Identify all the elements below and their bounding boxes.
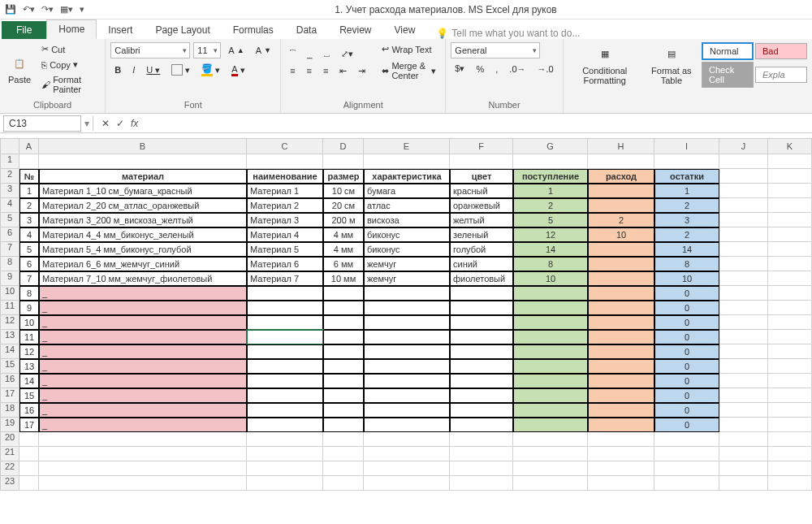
cell[interactable] <box>654 476 719 491</box>
cell[interactable] <box>768 315 812 330</box>
cell[interactable] <box>768 403 812 418</box>
cell[interactable] <box>450 476 513 491</box>
style-explanatory[interactable]: Expla <box>755 67 807 83</box>
decrease-indent-button[interactable]: ⇤ <box>335 64 351 78</box>
cell[interactable] <box>323 154 364 169</box>
cell[interactable]: 2 <box>19 198 39 213</box>
cell[interactable]: жемчуг <box>364 271 450 286</box>
cell[interactable]: 5 <box>19 242 39 257</box>
tell-me[interactable]: 💡 Tell me what you want to do... <box>436 28 580 39</box>
percent-format-button[interactable]: % <box>472 63 488 76</box>
cell[interactable]: Материал 4_4 мм_биконус_зеленый <box>39 227 247 242</box>
align-middle-button[interactable]: ⎯ <box>303 47 317 60</box>
customize-qat-icon[interactable]: ▦▾ <box>60 4 73 15</box>
col-header-H[interactable]: H <box>588 138 654 154</box>
cell[interactable]: Материал 5 <box>247 242 323 257</box>
cell[interactable] <box>654 432 719 447</box>
increase-indent-button[interactable]: ⇥ <box>354 64 369 78</box>
cell[interactable] <box>323 447 364 461</box>
cell[interactable] <box>364 388 450 403</box>
cell[interactable] <box>450 359 513 374</box>
tab-insert[interactable]: Insert <box>97 21 144 39</box>
cell[interactable] <box>588 418 654 432</box>
cell[interactable] <box>364 374 450 388</box>
cell[interactable] <box>247 315 323 330</box>
style-check-cell[interactable]: Check Cell <box>702 62 754 88</box>
select-all-corner[interactable] <box>0 138 19 154</box>
style-normal[interactable]: Normal <box>702 42 754 60</box>
cell[interactable]: синий <box>450 257 513 271</box>
cell[interactable] <box>364 286 450 301</box>
cell[interactable]: 10 <box>654 271 719 286</box>
row-header-13[interactable]: 13 <box>0 330 19 344</box>
cell[interactable] <box>513 432 588 447</box>
cell[interactable]: 8 <box>19 286 39 301</box>
cell[interactable] <box>247 154 323 169</box>
cell[interactable]: 7 <box>19 271 39 286</box>
cell[interactable]: Материал 6 <box>247 257 323 271</box>
tab-file[interactable]: File <box>2 21 46 39</box>
cell[interactable]: 14 <box>513 242 588 257</box>
cell[interactable] <box>588 301 654 315</box>
cell[interactable] <box>719 242 768 257</box>
cell[interactable]: 10 см <box>323 184 364 198</box>
cell[interactable]: _ <box>39 403 247 418</box>
cell[interactable]: 2 <box>654 227 719 242</box>
font-size-select[interactable]: 11 <box>193 42 221 58</box>
cell[interactable] <box>513 154 588 169</box>
cell[interactable] <box>19 432 39 447</box>
cell[interactable] <box>323 403 364 418</box>
cell[interactable]: 1 <box>513 184 588 198</box>
cell[interactable] <box>588 154 654 169</box>
col-header-D[interactable]: D <box>323 138 364 154</box>
cell[interactable] <box>247 330 323 344</box>
cell[interactable]: 0 <box>654 330 719 344</box>
cell[interactable] <box>588 198 654 213</box>
cell[interactable]: 8 <box>654 257 719 271</box>
cell[interactable]: поступление <box>513 169 588 184</box>
row-header-12[interactable]: 12 <box>0 315 19 330</box>
cell[interactable]: 0 <box>654 301 719 315</box>
cell[interactable]: биконус <box>364 242 450 257</box>
cell[interactable] <box>364 154 450 169</box>
cell[interactable] <box>768 242 812 257</box>
tab-data[interactable]: Data <box>285 21 328 39</box>
cell[interactable] <box>719 213 768 227</box>
number-format-select[interactable]: General <box>451 42 540 58</box>
cancel-formula-icon[interactable]: ✕ <box>102 118 110 129</box>
cell[interactable] <box>768 227 812 242</box>
cell[interactable]: Материал 7_10 мм_жемчуг_фиолетовый <box>39 271 247 286</box>
cell[interactable] <box>247 418 323 432</box>
cell[interactable]: 2 <box>513 198 588 213</box>
tab-review[interactable]: Review <box>328 21 382 39</box>
decrease-decimal-button[interactable]: →.0 <box>533 63 558 76</box>
cell[interactable] <box>588 315 654 330</box>
cell[interactable]: 0 <box>654 403 719 418</box>
cell[interactable] <box>719 388 768 403</box>
cell[interactable] <box>768 257 812 271</box>
cell[interactable]: наименование <box>247 169 323 184</box>
cell[interactable] <box>19 447 39 461</box>
cell[interactable]: атлас <box>364 198 450 213</box>
cell[interactable] <box>513 374 588 388</box>
cell[interactable] <box>719 403 768 418</box>
cell[interactable] <box>364 344 450 359</box>
cell[interactable]: 0 <box>654 344 719 359</box>
cell[interactable]: 0 <box>654 388 719 403</box>
cell[interactable]: 1 <box>654 184 719 198</box>
cell[interactable] <box>768 461 812 476</box>
cell[interactable]: жемчуг <box>364 257 450 271</box>
row-header-23[interactable]: 23 <box>0 476 19 491</box>
cell[interactable] <box>450 286 513 301</box>
cell[interactable] <box>247 344 323 359</box>
row-header-10[interactable]: 10 <box>0 286 19 301</box>
cell[interactable] <box>588 374 654 388</box>
cell[interactable]: 8 <box>513 257 588 271</box>
cell[interactable] <box>364 359 450 374</box>
cell[interactable] <box>450 330 513 344</box>
cell[interactable]: 15 <box>19 388 39 403</box>
cell[interactable]: расход <box>588 169 654 184</box>
row-header-17[interactable]: 17 <box>0 388 19 403</box>
cell[interactable] <box>450 388 513 403</box>
cell[interactable]: _ <box>39 418 247 432</box>
